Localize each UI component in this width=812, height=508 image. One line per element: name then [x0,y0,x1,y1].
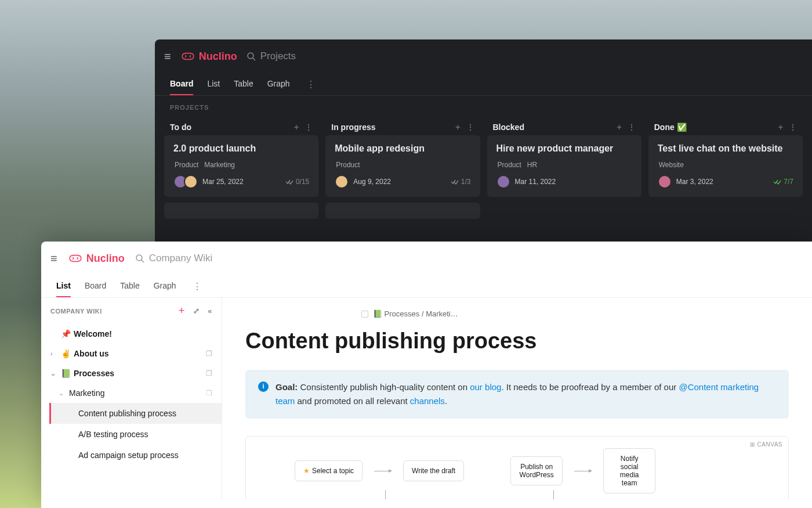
svg-point-0 [248,53,253,59]
tab-graph[interactable]: Graph [267,73,290,95]
chevron-down-icon[interactable]: ⌄ [50,370,57,377]
tab-board[interactable]: Board [170,73,193,95]
tab-graph[interactable]: Graph [154,275,176,297]
column-title[interactable]: In progress [331,123,375,132]
add-card-icon[interactable]: + [294,123,299,132]
column-title[interactable]: To do [170,123,191,132]
column-menu-icon[interactable]: ⋮ [466,123,474,132]
card[interactable]: Mobile app redesign Product Aug 9, 2022 … [325,135,480,197]
brain-icon [68,253,83,264]
arrow-down-icon [553,490,554,499]
avatar [335,175,349,189]
card-progress: 1/3 [451,178,471,186]
card[interactable] [325,203,480,219]
column-menu-icon[interactable]: ⋮ [628,123,636,132]
canvas-diagram[interactable]: ⊞ CANVAS ★Select a topic Write the draft… [245,436,789,499]
canvas-node[interactable]: Notify social media team [603,448,655,493]
card-tags: Website [659,161,793,169]
info-icon: i [258,381,269,392]
column-menu-icon[interactable]: ⋮ [789,123,797,132]
pin-icon: 📌 [61,329,70,338]
card[interactable]: 2.0 product launch ProductMarketing Mar … [164,135,318,197]
add-page-icon[interactable]: + [179,305,185,317]
sidebar-item-ad-campaign[interactable]: Ad campaign setup process [49,445,222,466]
card-date: Mar 11, 2022 [515,178,556,186]
column-todo: To do +⋮ 2.0 product launch ProductMarke… [164,119,318,219]
search[interactable]: Company Wiki [135,253,213,264]
card[interactable] [164,203,318,219]
card-title: Mobile app redesign [335,143,470,154]
card-progress: 7/7 [773,178,793,186]
link-blog[interactable]: our blog [470,382,501,392]
column-title[interactable]: Blocked [493,123,524,132]
canvas-node[interactable]: Write the draft [403,460,464,481]
sidebar-label: COMPANY WIKI [50,308,102,315]
sidebar-item-processes[interactable]: ⌄📗Processes ❐ [41,363,222,383]
view-tabs: Board List Table Graph ⋮ [155,73,812,96]
tab-list[interactable]: List [56,275,71,297]
tab-board[interactable]: Board [85,275,106,297]
card-date: Mar 25, 2022 [202,178,244,186]
card-date: Mar 3, 2022 [676,178,713,186]
search-icon [135,254,144,263]
page-title[interactable]: Content publishing process [245,329,789,354]
card-tags: Product [336,161,470,169]
tab-table[interactable]: Table [234,73,253,95]
view-tabs: List Board Table Graph ⋮ [41,275,812,298]
expand-icon[interactable]: ⤢ [193,307,200,315]
checkbox-icon[interactable] [361,311,368,318]
tab-list[interactable]: List [207,73,220,95]
menu-button[interactable]: ≡ [164,50,171,63]
sidebar-item-ab-testing[interactable]: A/B testing process [49,424,222,445]
section-label: PROJECTS [155,96,812,116]
arrow-down-icon [385,490,386,499]
card-date: Aug 9, 2022 [353,178,391,186]
card[interactable]: Test live chat on the website Website Ma… [648,135,803,197]
avatar-stack [658,175,672,189]
checklist-icon [451,179,459,185]
column-in-progress: In progress +⋮ Mobile app redesign Produ… [325,119,480,219]
arrow-icon [374,471,392,471]
chevron-down-icon[interactable]: ⌄ [59,390,66,397]
add-card-icon[interactable]: + [778,123,783,132]
sidebar-item-marketing[interactable]: ⌄Marketing ❐ [49,383,222,403]
avatar-stack [173,175,198,189]
search-icon [246,52,256,61]
sidebar-item-welcome[interactable]: 📌Welcome! [41,324,222,344]
brand-logo[interactable]: Nuclino [180,51,237,63]
avatar-stack [335,175,349,189]
copy-icon[interactable]: ❐ [206,350,212,358]
sidebar-item-content-publishing[interactable]: Content publishing process [49,403,222,424]
column-menu-icon[interactable]: ⋮ [304,123,313,132]
sidebar: COMPANY WIKI + ⤢ « 📌Welcome! ›✌️About us… [41,298,222,499]
sidebar-item-about[interactable]: ›✌️About us ❐ [41,344,222,363]
card-tags: ProductMarketing [175,161,309,169]
brain-icon [180,51,195,62]
canvas-node[interactable]: Publish on WordPress [510,456,563,485]
tab-more-icon[interactable]: ⋮ [304,79,318,90]
tab-table[interactable]: Table [120,275,139,297]
info-callout: i Goal: Consistently publish high-qualit… [245,370,789,419]
card[interactable]: Hire new product manager ProductHR Mar 1… [487,135,641,197]
collapse-icon[interactable]: « [208,307,212,315]
breadcrumb[interactable]: 📗 Processes / Marketi… [361,309,789,318]
wiki-window: ≡ Nuclino Company Wiki List Board Table … [41,242,812,508]
board-columns: To do +⋮ 2.0 product launch ProductMarke… [155,116,812,222]
chevron-right-icon[interactable]: › [50,350,57,357]
link-channels[interactable]: channels [410,396,445,406]
add-card-icon[interactable]: + [617,123,622,132]
brand-logo[interactable]: Nuclino [68,253,125,265]
avatar [496,175,510,189]
column-title[interactable]: Done ✅ [654,123,687,132]
arrow-icon [574,471,592,471]
search[interactable]: Projects [246,51,296,62]
canvas-node[interactable]: ★Select a topic [295,460,362,481]
svg-line-3 [142,260,144,262]
copy-icon[interactable]: ❐ [206,389,212,397]
menu-button[interactable]: ≡ [50,252,57,265]
add-card-icon[interactable]: + [455,123,460,132]
copy-icon[interactable]: ❐ [206,369,212,377]
tab-more-icon[interactable]: ⋮ [190,281,204,292]
column-blocked: Blocked +⋮ Hire new product manager Prod… [487,119,641,219]
victory-icon: ✌️ [61,349,70,358]
